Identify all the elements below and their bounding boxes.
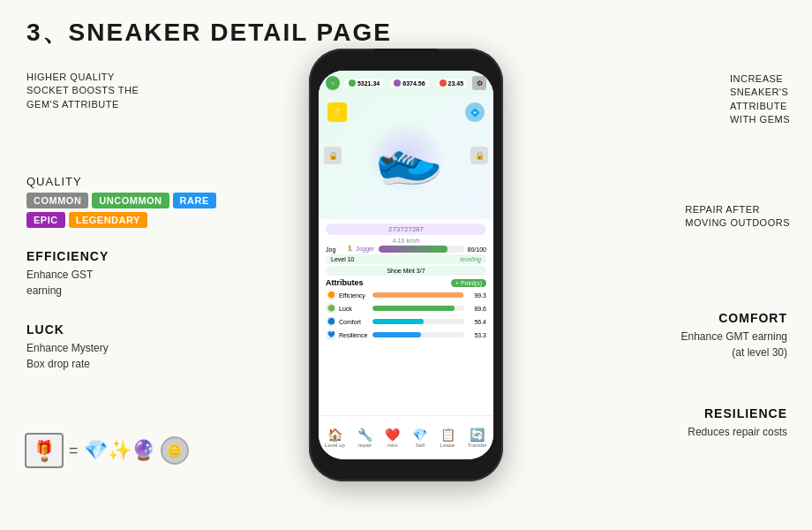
attr-name-comfort: Comfort [339, 319, 370, 325]
currency-gmt: 6374.56 [389, 79, 429, 87]
nav-label-repair: repair [358, 443, 372, 448]
nav-item-level-up[interactable]: 🏠 Level up [325, 428, 345, 448]
efficiency-section: EFFICIENCY Enhance GSTearning [26, 249, 109, 299]
coin-icon: 🪙 [161, 436, 189, 465]
quality-label: QUALITY [26, 175, 82, 188]
phone-screen: ‹ 5321.34 6374.56 23.45 ⚙ ⭐ [319, 71, 493, 459]
attr-name-efficiency: Efficiency [339, 292, 370, 299]
resilience-title: RESILIENCE [688, 406, 787, 420]
settings-button[interactable]: ⚙ [472, 76, 486, 90]
progress-row: Jog 🏃 Jogger 80/100 [326, 246, 486, 253]
attr-bar-fill-efficiency [372, 292, 463, 298]
nav-item-sell[interactable]: 💎 Sell [412, 428, 427, 448]
sneaker-display-area: ⭐ 💠 🔒 🔒 👟 [319, 95, 493, 219]
gem-slot-top-left[interactable]: ⭐ [327, 102, 347, 122]
bottom-navigation: 🏠 Level up 🔧 repair ❤️ mint 💎 Sell 📋 Lea… [319, 415, 493, 459]
badge-uncommon: UNCOMMON [92, 193, 169, 208]
phone-outer-shell: ‹ 5321.34 6374.56 23.45 ⚙ ⭐ [309, 49, 503, 481]
back-button[interactable]: ‹ [326, 76, 340, 90]
gmt-dot [394, 80, 401, 87]
annotation-repair: REPAIR AFTERMOVING OUTDOORS [685, 203, 790, 231]
efficiency-title: EFFICIENCY [26, 249, 109, 263]
comfort-desc: Enhance GMT earning(at level 30) [680, 329, 787, 360]
nav-label-level-up: Level up [325, 443, 345, 448]
shoe-mint-row: Shoe Mint 3/7 [326, 266, 486, 276]
attribute-row-comfort: 🔵 Comfort 56.4 [326, 316, 486, 327]
progress-type: 🏃 Jogger [346, 246, 374, 253]
nav-item-mint[interactable]: ❤️ mint [385, 428, 400, 448]
luck-section: LUCK Enhance MysteryBox drop rate [26, 322, 109, 372]
nav-label-sell: Sell [416, 443, 425, 448]
phone-notch [375, 49, 437, 66]
quality-badges: COMMON UNCOMMON RARE EPIC LEGENDARY [26, 193, 229, 228]
point-button[interactable]: + Point(s) [451, 279, 486, 287]
page-title: 3、SNEAKER DETAIL PAGE [26, 16, 392, 49]
attr-bar-fill-resilience [372, 332, 421, 337]
attr-value-comfort: 56.4 [467, 319, 486, 325]
nav-icon-repair: 🔧 [357, 428, 372, 442]
nav-item-transfer[interactable]: 🔄 Transfer [468, 428, 487, 448]
attribute-row-luck: 🟢 Luck 89.6 [326, 303, 486, 314]
phone-device: ‹ 5321.34 6374.56 23.45 ⚙ ⭐ [309, 49, 503, 481]
efficiency-desc: Enhance GSTearning [26, 267, 109, 299]
nav-icon-level-up: 🏠 [327, 428, 342, 442]
comfort-section: COMFORT Enhance GMT earning(at level 30) [680, 311, 787, 360]
progress-label: Jog [326, 246, 343, 253]
badge-rare: RARE [173, 193, 216, 208]
nav-icon-mint: ❤️ [385, 428, 400, 442]
attribute-row-efficiency: 🟠 Efficiency 99.3 [326, 290, 486, 300]
gem-slot-mid-right[interactable]: 🔒 [470, 147, 488, 164]
attr-value-efficiency: 99.3 [467, 292, 486, 299]
attr-icon-resilience: 💙 [326, 329, 336, 340]
attr-name-luck: Luck [339, 306, 370, 312]
attr-icon-comfort: 🔵 [326, 316, 336, 327]
attr-value-luck: 89.6 [467, 306, 486, 312]
nav-icon-sell: 💎 [412, 428, 427, 442]
progress-value: 80/100 [467, 246, 486, 253]
gmt-value: 6374.56 [402, 80, 425, 87]
attribute-rows: 🟠 Efficiency 99.3 🟢 Luck 89.6 🔵 Comfort … [326, 290, 486, 340]
sol-value: 23.45 [448, 80, 464, 87]
luck-icons-row: 🎁📦 = 💎✨🔮 🪙 [25, 433, 189, 468]
gst-dot [349, 80, 356, 87]
level-status: leveling [460, 256, 481, 262]
luck-desc: Enhance MysteryBox drop rate [26, 340, 109, 372]
attr-bar-fill-comfort [372, 319, 424, 324]
nav-label-mint: mint [387, 443, 397, 448]
gst-value: 5321.34 [357, 80, 380, 87]
annotation-gems-attribute: INCREASESNEAKER'SATTRIBUTEWITH GEMS [730, 72, 790, 127]
badge-common: COMMON [26, 193, 88, 208]
attr-bar-efficiency [372, 292, 464, 298]
attr-icon-efficiency: 🟠 [326, 290, 336, 300]
level-row: Level 10 leveling [326, 254, 486, 264]
gem-slot-mid-left[interactable]: 🔒 [324, 147, 342, 164]
resilience-section: RESILIENCE Reduces repair costs [688, 406, 787, 440]
mystery-box-icon: 🎁📦 [25, 433, 64, 468]
sneaker-image: 👟 [366, 118, 447, 196]
progress-bar-container [379, 246, 464, 253]
speed-range: 4-10 km/h [326, 238, 486, 244]
attribute-row-resilience: 💙 Resilience 53.3 [326, 329, 486, 340]
attributes-header: Attributes + Point(s) [326, 278, 486, 287]
luck-title: LUCK [26, 322, 109, 337]
equals-icon: = [69, 442, 79, 460]
badge-legendary: LEGENDARY [69, 212, 147, 228]
currency-sol: 23.45 [435, 79, 469, 87]
currency-gst: 5321.34 [344, 79, 384, 87]
nav-item-lease[interactable]: 📋 Lease [440, 428, 455, 448]
attr-bar-comfort [372, 319, 464, 324]
nav-label-transfer: Transfer [468, 443, 487, 448]
nav-label-lease: Lease [440, 443, 455, 448]
attr-name-resilience: Resilience [339, 332, 370, 338]
attr-icon-luck: 🟢 [326, 303, 336, 314]
gem-slot-top-right[interactable]: 💠 [465, 102, 485, 122]
nav-item-repair[interactable]: 🔧 repair [357, 428, 372, 448]
badge-epic: EPIC [26, 212, 65, 228]
sol-dot [440, 80, 447, 87]
attr-bar-resilience [372, 332, 464, 337]
progress-bar-fill [379, 246, 447, 253]
token-id: 273727287 [326, 223, 486, 235]
level-text: Level 10 [331, 256, 354, 262]
comfort-title: COMFORT [680, 311, 787, 325]
sneaker-info-area: 273727287 4-10 km/h Jog 🏃 Jogger 80/100 … [319, 219, 493, 347]
